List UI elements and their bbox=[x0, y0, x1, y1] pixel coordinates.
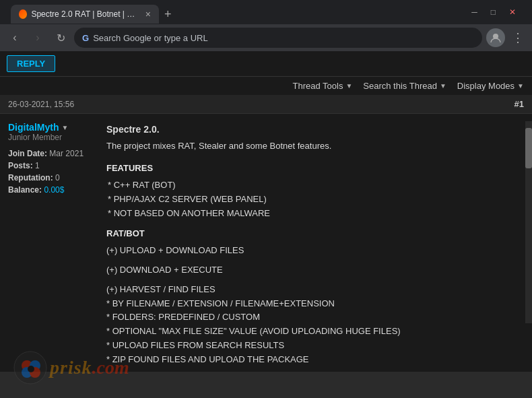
thread-tools-arrow: ▼ bbox=[345, 82, 352, 90]
profile-button[interactable] bbox=[486, 28, 505, 47]
profile-icon bbox=[490, 32, 502, 44]
scrollbar-thumb[interactable] bbox=[525, 128, 532, 168]
rat-bot-header: RAT/BOT bbox=[106, 227, 524, 241]
new-tab-button[interactable]: + bbox=[159, 5, 177, 24]
maximize-button[interactable]: □ bbox=[486, 8, 501, 16]
reputation-value: 0 bbox=[55, 173, 60, 183]
reload-button[interactable]: ↻ bbox=[51, 28, 70, 47]
scrollbar-track[interactable] bbox=[525, 121, 532, 323]
tab-favicon bbox=[19, 9, 27, 19]
join-date-value: Mar 2021 bbox=[49, 149, 84, 158]
back-button[interactable]: ‹ bbox=[5, 28, 24, 47]
display-modes-arrow: ▼ bbox=[517, 82, 524, 90]
username-text: DigitalMyth bbox=[8, 122, 59, 133]
google-logo: G bbox=[82, 33, 89, 43]
balance-value: 0.00$ bbox=[44, 185, 64, 195]
active-tab[interactable]: Spectre 2.0 RAT | Botnet | Stealer × bbox=[11, 5, 159, 24]
forum-toolbar: REPLY bbox=[0, 51, 532, 76]
post-header: 26-03-2021, 15:56 #1 bbox=[0, 95, 532, 114]
post-title: Spectre 2.0. bbox=[106, 122, 524, 137]
posts-value: 1 bbox=[35, 161, 40, 170]
harvest-item-2: * FOLDERS: PREDEFINED / CUSTOM bbox=[106, 310, 524, 325]
window-controls: ─ □ ✕ bbox=[466, 8, 527, 16]
address-bar-row: ‹ › ↻ G Search Google or type a URL ⋮ bbox=[0, 24, 532, 51]
harvest-header: (+) HARVEST / FIND FILES bbox=[106, 283, 524, 297]
upload-download: (+) UPLOAD + DOWNLOAD FILES bbox=[106, 244, 524, 258]
thread-tools-button[interactable]: Thread Tools ▼ bbox=[292, 81, 352, 91]
feature-item-2: * PHP/AJAX C2 SERVER (WEB PANEL) bbox=[108, 193, 524, 207]
reputation: Reputation: 0 bbox=[8, 173, 96, 183]
harvest-item-5: * ZIP FOUND FILES AND UPLOAD THE PACKAGE bbox=[106, 353, 524, 367]
balance: Balance: 0.00$ bbox=[8, 185, 96, 195]
minimize-button[interactable]: ─ bbox=[466, 8, 483, 16]
posts-count: Posts: 1 bbox=[8, 161, 96, 170]
title-bar: Spectre 2.0 RAT | Botnet | Stealer × + ─… bbox=[0, 0, 532, 24]
features-header: FEATURES bbox=[106, 162, 524, 176]
thread-tools-bar: Thread Tools ▼ Search this Thread ▼ Disp… bbox=[0, 76, 532, 95]
display-modes-label: Display Modes bbox=[457, 81, 514, 91]
tab-title-text: Spectre 2.0 RAT | Botnet | Stealer bbox=[31, 9, 138, 19]
user-info: DigitalMyth ▼ Junior Member Join Date: M… bbox=[8, 122, 96, 372]
reply-button[interactable]: REPLY bbox=[7, 55, 55, 72]
username: DigitalMyth ▼ bbox=[8, 122, 96, 133]
post-number: #1 bbox=[514, 99, 524, 109]
post-subtitle: The project mixes RAT, Stealer and some … bbox=[106, 139, 524, 154]
browser-chrome: Spectre 2.0 RAT | Botnet | Stealer × + ─… bbox=[0, 0, 532, 51]
search-thread-label: Search this Thread bbox=[363, 81, 437, 91]
feature-item-3: * NOT BASED ON ANOTHER MALWARE bbox=[108, 207, 524, 221]
harvest-item-4: * UPLOAD FILES FROM SEARCH RESULTS bbox=[106, 339, 524, 353]
address-box[interactable]: G Search Google or type a URL bbox=[74, 28, 482, 48]
display-modes-button[interactable]: Display Modes ▼ bbox=[457, 81, 524, 91]
posts-label: Posts: bbox=[8, 161, 33, 170]
balance-label: Balance: bbox=[8, 185, 42, 195]
close-window-button[interactable]: ✕ bbox=[504, 8, 521, 16]
user-rank: Junior Member bbox=[8, 133, 96, 142]
tab-close-button[interactable]: × bbox=[145, 9, 151, 20]
address-text: Search Google or type a URL bbox=[93, 33, 208, 43]
search-thread-arrow: ▼ bbox=[440, 82, 446, 90]
reputation-label: Reputation: bbox=[8, 173, 53, 183]
browser-menu-button[interactable]: ⋮ bbox=[509, 30, 527, 45]
username-arrow: ▼ bbox=[61, 124, 68, 131]
join-date-label: Join Date: bbox=[8, 149, 47, 158]
post-content: Spectre 2.0. The project mixes RAT, Stea… bbox=[106, 122, 524, 372]
feature-item-1: * C++ RAT (BOT) bbox=[108, 178, 524, 193]
search-thread-button[interactable]: Search this Thread ▼ bbox=[363, 81, 446, 91]
download-execute: (+) DOWNLOAD + EXECUTE bbox=[106, 263, 524, 277]
tab-bar: Spectre 2.0 RAT | Botnet | Stealer × + bbox=[5, 1, 466, 24]
post-body: DigitalMyth ▼ Junior Member Join Date: M… bbox=[0, 114, 532, 372]
forward-button[interactable]: › bbox=[28, 28, 47, 47]
harvest-item-1: * BY FILENAME / EXTENSION / FILENAME+EXT… bbox=[106, 297, 524, 311]
thread-tools-label: Thread Tools bbox=[292, 81, 343, 91]
post-date: 26-03-2021, 15:56 bbox=[8, 100, 74, 109]
harvest-item-3: * OPTIONAL "MAX FILE SIZE" VALUE (AVOID … bbox=[106, 325, 524, 339]
join-date: Join Date: Mar 2021 bbox=[8, 149, 96, 158]
post-area[interactable]: 26-03-2021, 15:56 #1 DigitalMyth ▼ Junio… bbox=[0, 95, 532, 372]
